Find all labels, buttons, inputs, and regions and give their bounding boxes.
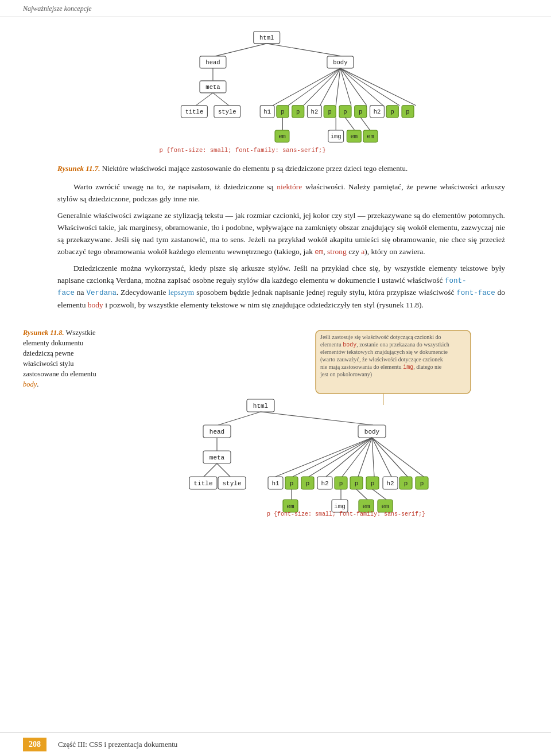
- svg-text:p: p: [306, 480, 310, 487]
- tree-svg-2: Jeśli zastosuje się właściwość dotyczącą…: [155, 328, 488, 517]
- svg-line-21: [336, 68, 340, 106]
- svg-text:h1: h1: [271, 480, 280, 487]
- svg-line-11: [196, 93, 213, 106]
- svg-line-66: [261, 412, 373, 425]
- svg-text:em: em: [350, 133, 358, 140]
- svg-text:p: p: [290, 480, 294, 487]
- svg-text:style: style: [218, 108, 236, 115]
- svg-line-88: [372, 438, 408, 477]
- svg-text:em: em: [278, 133, 286, 140]
- svg-line-89: [372, 438, 424, 477]
- svg-text:p: p: [339, 480, 343, 487]
- svg-text:p: p: [328, 108, 332, 115]
- figure-2-caption-text: Rysunek 11.8. Wszystkie elementy dokumen…: [23, 328, 109, 390]
- svg-text:img: img: [331, 133, 342, 140]
- svg-text:p: p: [371, 480, 375, 487]
- svg-text:head: head: [209, 428, 224, 435]
- svg-line-82: [309, 438, 372, 477]
- svg-text:h2: h2: [374, 108, 381, 115]
- svg-line-26: [340, 68, 416, 106]
- svg-text:p: p: [343, 108, 347, 115]
- svg-text:em: em: [286, 503, 294, 510]
- svg-line-23: [340, 68, 367, 106]
- svg-text:h1: h1: [263, 108, 271, 115]
- svg-text:p: p: [420, 480, 424, 487]
- header-text: Najważniejsze koncepcje: [23, 5, 92, 13]
- figure-1-caption-text: Niektóre właściwości mające zastosowanie…: [100, 164, 408, 173]
- svg-line-24: [340, 68, 383, 106]
- paragraph-3: Dziedziczenie można wykorzystać, kiedy p…: [57, 263, 505, 311]
- svg-line-113: [372, 489, 386, 500]
- svg-text:p: p: [391, 108, 394, 115]
- svg-text:title: title: [193, 480, 212, 487]
- svg-line-86: [372, 438, 374, 477]
- svg-text:img: img: [334, 503, 346, 510]
- svg-line-112: [356, 489, 367, 500]
- svg-line-2: [215, 44, 267, 56]
- svg-text:html: html: [259, 34, 274, 41]
- svg-text:p: p: [296, 108, 300, 115]
- svg-text:h2: h2: [321, 480, 328, 487]
- svg-text:em: em: [362, 503, 370, 510]
- page-header: Najważniejsze koncepcje: [0, 0, 551, 17]
- svg-text:em: em: [367, 133, 374, 140]
- page: Najważniejsze koncepcje html head: [0, 0, 551, 756]
- svg-text:title: title: [185, 108, 204, 115]
- svg-text:meta: meta: [205, 84, 220, 91]
- footer-text: Część III: CSS i prezentacja dokumentu: [58, 740, 177, 749]
- page-number: 208: [23, 738, 46, 751]
- figure-1-num: Rysunek 11.7.: [57, 164, 100, 173]
- figure-2-caption: Rysunek 11.8. Wszystkie elementy dokumen…: [23, 328, 115, 390]
- body-text: Warto zwrócić uwagę na to, że napisałam,…: [57, 181, 505, 316]
- svg-text:p {font-size: small; font-fami: p {font-size: small; font-family: sans-s…: [159, 147, 325, 154]
- svg-line-18: [288, 68, 340, 106]
- figure-2-diagram: Jeśli zastosuje się właściwość dotyczącą…: [115, 328, 528, 517]
- svg-line-75: [217, 463, 230, 477]
- svg-text:meta: meta: [209, 454, 225, 461]
- paragraph-2: Generalnie właściwości związane ze styli…: [57, 210, 505, 258]
- paragraph-1: Warto zwrócić uwagę na to, że napisałam,…: [57, 181, 505, 205]
- svg-line-25: [340, 68, 399, 106]
- svg-text:h2: h2: [311, 108, 319, 115]
- page-footer: 208 Część III: CSS i prezentacja dokumen…: [0, 732, 551, 756]
- figure-1-diagram: html head body: [23, 29, 528, 155]
- svg-line-74: [204, 463, 217, 477]
- svg-text:body: body: [333, 59, 347, 66]
- main-content: html head body: [0, 17, 551, 732]
- svg-text:body: body: [364, 428, 380, 435]
- svg-text:p: p: [355, 480, 359, 487]
- figure-1-caption: Rysunek 11.7. Niektóre właściwości mając…: [57, 164, 494, 173]
- svg-text:head: head: [205, 59, 220, 66]
- svg-line-49: [345, 118, 354, 130]
- figure-2-num: Rysunek 11.8.: [23, 329, 64, 337]
- svg-line-3: [267, 44, 342, 56]
- svg-line-87: [372, 438, 391, 477]
- svg-text:em: em: [381, 503, 389, 510]
- svg-line-19: [304, 68, 340, 106]
- svg-line-80: [276, 438, 372, 477]
- svg-text:h2: h2: [386, 480, 394, 487]
- svg-line-50: [360, 118, 370, 130]
- svg-line-12: [213, 93, 229, 106]
- bottom-section: Rysunek 11.8. Wszystkie elementy dokumen…: [23, 328, 528, 517]
- svg-text:p: p: [281, 108, 284, 115]
- svg-text:html: html: [253, 403, 268, 410]
- svg-text:p {font-size: small; font-fami: p {font-size: small; font-family: sans-s…: [267, 511, 425, 517]
- svg-text:style: style: [222, 480, 241, 487]
- svg-text:p: p: [359, 108, 362, 115]
- figure-2-body: body: [23, 380, 37, 388]
- tree-svg-1: html head body: [109, 29, 442, 155]
- svg-line-65: [218, 412, 261, 425]
- svg-text:p: p: [406, 108, 409, 115]
- svg-text:p: p: [404, 480, 408, 487]
